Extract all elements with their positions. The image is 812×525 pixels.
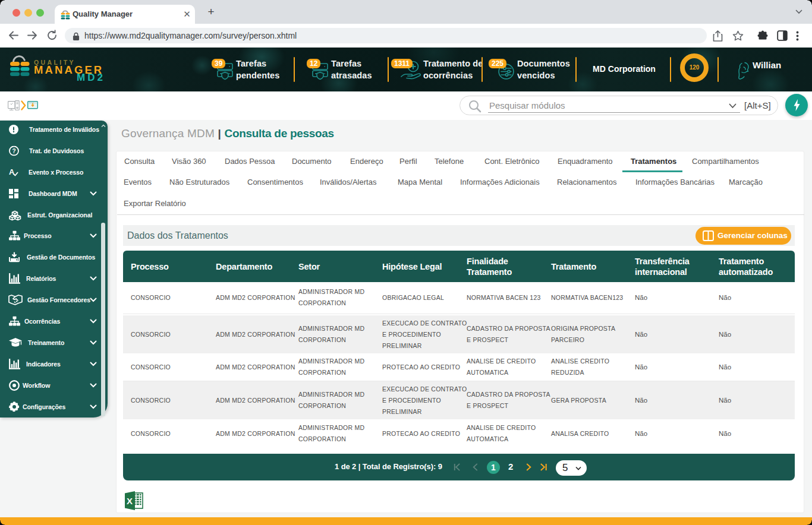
svg-text:X: X: [127, 496, 133, 506]
svg-text:MD2: MD2: [77, 72, 105, 83]
svg-text:?: ?: [12, 148, 15, 154]
